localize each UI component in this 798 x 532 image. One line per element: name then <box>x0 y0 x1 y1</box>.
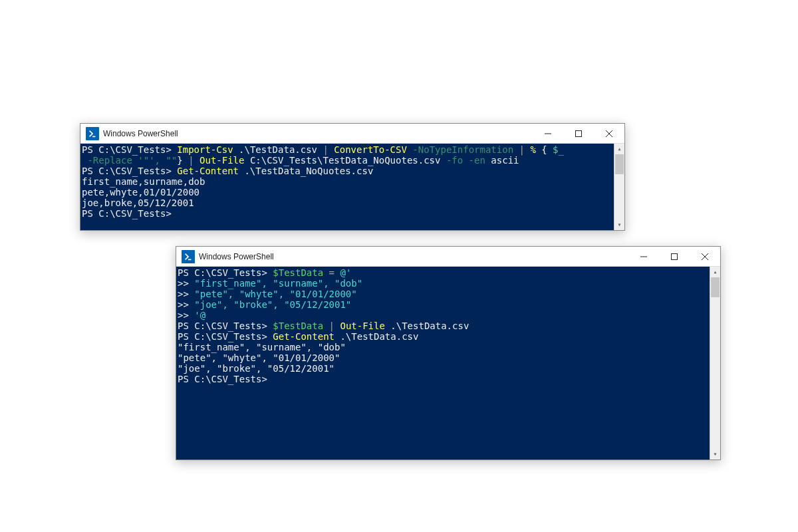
titlebar[interactable]: Windows PowerShell <box>176 247 720 267</box>
scrollbar[interactable]: ▴ ▾ <box>710 267 720 460</box>
svg-rect-7 <box>672 253 678 259</box>
titlebar[interactable]: Windows PowerShell <box>80 124 624 144</box>
scroll-up-icon[interactable]: ▴ <box>614 144 624 154</box>
svg-rect-2 <box>576 130 582 136</box>
terminal-line: >> "joe", "broke", "05/12/2001" <box>178 299 719 310</box>
scroll-thumb[interactable] <box>615 154 624 174</box>
powershell-window-1: Windows PowerShell PS C:\CSV_Tests> Impo… <box>80 123 625 231</box>
terminal-line: "first_name", "surname", "dob" <box>178 342 719 352</box>
terminal-line: "pete", "whyte", "01/01/2000" <box>178 352 719 363</box>
scroll-track[interactable] <box>614 154 624 219</box>
terminal-line: PS C:\CSV_Tests> <box>82 208 623 219</box>
powershell-icon <box>86 127 99 140</box>
powershell-icon <box>182 250 195 263</box>
powershell-window-2: Windows PowerShell PS C:\CSV_Tests> $Tes… <box>176 246 721 460</box>
window-title: Windows PowerShell <box>103 129 533 138</box>
terminal-line: >> '@ <box>178 310 719 321</box>
scroll-down-icon[interactable]: ▾ <box>710 449 720 460</box>
terminal-line: pete,whyte,01/01/2000 <box>82 187 623 198</box>
minimize-button[interactable] <box>533 124 563 143</box>
terminal-line: PS C:\CSV_Tests> $TestData | Out-File .\… <box>178 321 719 331</box>
scroll-thumb[interactable] <box>711 277 720 297</box>
scrollbar[interactable]: ▴ ▾ <box>614 144 624 230</box>
terminal-line: joe,broke,05/12/2001 <box>82 198 623 208</box>
maximize-button[interactable] <box>563 124 594 143</box>
window-controls <box>628 247 720 266</box>
window-controls <box>533 124 624 143</box>
terminal-line: PS C:\CSV_Tests> Get-Content .\TestData.… <box>178 331 719 342</box>
terminal-line: first_name,surname,dob <box>82 176 623 187</box>
window-title: Windows PowerShell <box>199 252 628 261</box>
terminal-content: PS C:\CSV_Tests> Import-Csv .\TestData.c… <box>82 144 623 219</box>
terminal-line: >> "pete", "whyte", "01/01/2000" <box>178 289 719 299</box>
terminal-area[interactable]: PS C:\CSV_Tests> Import-Csv .\TestData.c… <box>80 144 624 230</box>
scroll-up-icon[interactable]: ▴ <box>710 267 720 277</box>
close-button[interactable] <box>690 247 720 266</box>
terminal-line: PS C:\CSV_Tests> <box>178 374 719 384</box>
terminal-line: PS C:\CSV_Tests> $TestData = @' <box>178 267 719 278</box>
scroll-down-icon[interactable]: ▾ <box>614 219 624 230</box>
terminal-content: PS C:\CSV_Tests> $TestData = @'>> "first… <box>178 267 719 384</box>
terminal-line: "joe", "broke", "05/12/2001" <box>178 363 719 374</box>
scroll-track[interactable] <box>710 277 720 449</box>
maximize-button[interactable] <box>659 247 690 266</box>
terminal-line: >> "first_name", "surname", "dob" <box>178 278 719 289</box>
terminal-line: PS C:\CSV_Tests> Import-Csv .\TestData.c… <box>82 144 623 155</box>
terminal-line: -Replace '"', ""} | Out-File C:\CSV_Test… <box>82 155 623 166</box>
terminal-line: PS C:\CSV_Tests> Get-Content .\TestData_… <box>82 166 623 176</box>
terminal-area[interactable]: PS C:\CSV_Tests> $TestData = @'>> "first… <box>176 267 720 460</box>
close-button[interactable] <box>594 124 624 143</box>
minimize-button[interactable] <box>628 247 659 266</box>
